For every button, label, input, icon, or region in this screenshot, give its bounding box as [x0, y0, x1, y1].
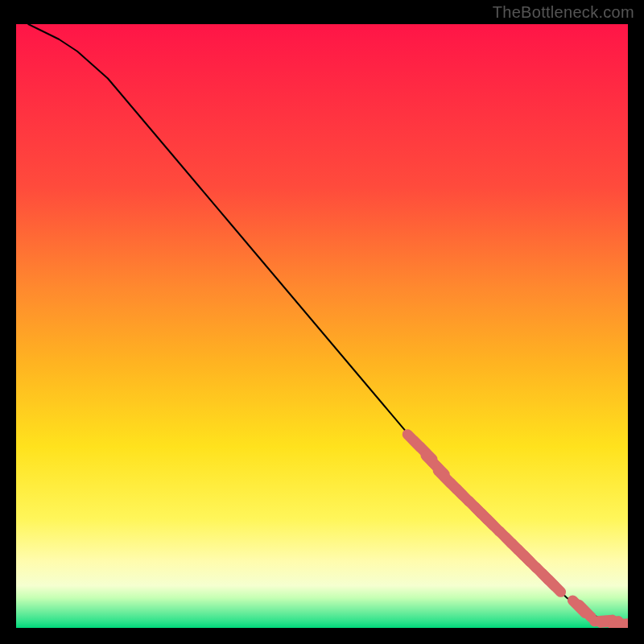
watermark-label: TheBottleneck.com — [493, 3, 634, 22]
chart-stage: TheBottleneck.com — [0, 0, 644, 644]
heat-gradient-background — [16, 24, 628, 628]
data-marker — [619, 624, 628, 625]
plot-area — [16, 24, 628, 628]
chart-svg — [16, 24, 628, 628]
